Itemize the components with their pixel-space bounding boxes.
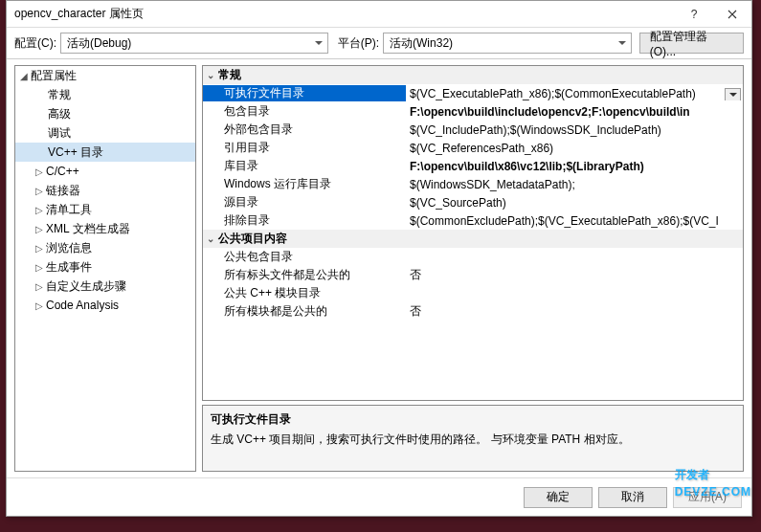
platform-dropdown[interactable]: 活动(Win32) xyxy=(383,33,632,54)
property-value[interactable]: F:\opencv\build\x86\vc12\lib;$(LibraryPa… xyxy=(406,160,743,173)
expand-icon: ◢ xyxy=(19,71,29,81)
collapse-icon: ⌄ xyxy=(207,70,218,80)
property-label: 排除目录 xyxy=(203,212,406,229)
property-row[interactable]: 排除目录$(CommonExcludePath);$(VC_Executable… xyxy=(203,211,743,230)
property-row[interactable]: 库目录F:\opencv\build\x86\vc12\lib;$(Librar… xyxy=(203,157,743,175)
expand-icon: ▷ xyxy=(34,281,44,292)
property-label: 外部包含目录 xyxy=(203,122,406,138)
property-label: 源目录 xyxy=(203,194,406,211)
property-row[interactable]: 可执行文件目录$(VC_ExecutablePath_x86);$(Common… xyxy=(203,84,743,102)
config-manager-button[interactable]: 配置管理器(O)... xyxy=(639,33,744,54)
tree-label: 自定义生成步骤 xyxy=(46,278,126,295)
property-row[interactable]: 公共 C++ 模块目录 xyxy=(203,284,743,302)
tree-label: VC++ 目录 xyxy=(48,144,103,161)
property-value[interactable]: 否 xyxy=(406,267,743,283)
window-title: opencv_character 属性页 xyxy=(14,6,675,22)
titlebar: opencv_character 属性页 ? xyxy=(7,1,751,28)
expand-icon: ▷ xyxy=(34,224,44,234)
config-row: 配置(C): 活动(Debug) 平台(P): 活动(Win32) 配置管理器(… xyxy=(7,28,751,58)
property-label: 公共 C++ 模块目录 xyxy=(203,285,406,301)
property-value[interactable]: $(CommonExcludePath);$(VC_ExecutablePath… xyxy=(406,214,743,228)
group-label: 公共项目内容 xyxy=(218,232,287,245)
config-dropdown[interactable]: 活动(Debug) xyxy=(60,33,328,54)
property-grid-body[interactable]: ⌄常规可执行文件目录$(VC_ExecutablePath_x86);$(Com… xyxy=(203,66,743,400)
property-value[interactable]: $(VC_ReferencesPath_x86) xyxy=(406,142,743,155)
property-value[interactable]: $(VC_IncludePath);$(WindowsSDK_IncludePa… xyxy=(406,123,743,137)
property-value[interactable]: $(WindowsSDK_MetadataPath); xyxy=(406,178,743,191)
tree-label: 高级 xyxy=(48,106,71,122)
property-row[interactable]: 引用目录$(VC_ReferencesPath_x86) xyxy=(203,139,743,157)
expand-icon: ▷ xyxy=(34,186,44,196)
tree-item[interactable]: ▷链接器 xyxy=(15,181,195,200)
property-grid: ⌄常规可执行文件目录$(VC_ExecutablePath_x86);$(Com… xyxy=(202,65,744,401)
property-label: 引用目录 xyxy=(203,140,406,156)
dropdown-icon[interactable] xyxy=(725,88,741,100)
tree-root[interactable]: ◢配置属性 xyxy=(15,66,195,85)
tree-item[interactable]: ▷C/C++ xyxy=(15,162,195,181)
description-title: 可执行文件目录 xyxy=(211,411,735,428)
expand-icon: ▷ xyxy=(34,166,44,177)
tree-label: C/C++ xyxy=(46,165,79,178)
property-label: 公共包含目录 xyxy=(203,249,406,265)
property-row[interactable]: 公共包含目录 xyxy=(203,248,743,266)
property-group[interactable]: ⌄常规 xyxy=(203,66,743,84)
tree-item[interactable]: ▷清单工具 xyxy=(15,200,195,219)
expand-icon: ▷ xyxy=(34,262,44,273)
category-tree[interactable]: ◢配置属性常规高级调试VC++ 目录▷C/C++▷链接器▷清单工具▷XML 文档… xyxy=(14,65,196,472)
property-row[interactable]: 所有标头文件都是公共的否 xyxy=(203,266,743,284)
help-button[interactable]: ? xyxy=(675,1,713,28)
property-value[interactable]: $(VC_ExecutablePath_x86);$(CommonExecuta… xyxy=(406,87,743,100)
tree-item[interactable]: ▷生成事件 xyxy=(15,257,195,277)
tree-label: 链接器 xyxy=(46,183,80,199)
property-label: Windows 运行库目录 xyxy=(203,176,406,192)
property-value[interactable]: F:\opencv\build\include\opencv2;F:\openc… xyxy=(406,105,743,119)
tree-item[interactable]: 调试 xyxy=(15,123,195,143)
property-row[interactable]: 源目录$(VC_SourcePath) xyxy=(203,193,743,211)
tree-label: 常规 xyxy=(48,87,71,103)
property-value[interactable]: $(VC_SourcePath) xyxy=(406,196,743,210)
expand-icon: ▷ xyxy=(34,205,44,215)
description-panel: 可执行文件目录 生成 VC++ 项目期间，搜索可执行文件时使用的路径。 与环境变… xyxy=(202,405,744,472)
tree-item[interactable]: 常规 xyxy=(15,85,195,104)
expand-icon: ▷ xyxy=(34,300,44,311)
property-group[interactable]: ⌄公共项目内容 xyxy=(203,230,743,248)
property-row[interactable]: 包含目录F:\opencv\build\include\opencv2;F:\o… xyxy=(203,102,743,121)
property-row[interactable]: 外部包含目录$(VC_IncludePath);$(WindowsSDK_Inc… xyxy=(203,121,743,139)
property-label: 所有模块都是公共的 xyxy=(203,303,406,320)
property-label: 库目录 xyxy=(203,158,406,174)
tree-label: Code Analysis xyxy=(46,299,119,312)
property-value[interactable]: 否 xyxy=(406,303,743,320)
apply-button[interactable]: 应用(A) xyxy=(673,487,742,508)
tree-label: 浏览信息 xyxy=(46,240,92,256)
tree-label: 配置属性 xyxy=(31,68,77,84)
collapse-icon: ⌄ xyxy=(207,233,218,244)
cancel-button[interactable]: 取消 xyxy=(598,487,667,508)
property-row[interactable]: 所有模块都是公共的否 xyxy=(203,302,743,321)
property-page-dialog: opencv_character 属性页 ? 配置(C): 活动(Debug) … xyxy=(6,0,752,517)
group-label: 常规 xyxy=(218,68,241,81)
footer: 确定 取消 应用(A) xyxy=(7,477,751,516)
tree-item[interactable]: ▷Code Analysis xyxy=(15,296,195,315)
tree-item[interactable]: ▷XML 文档生成器 xyxy=(15,219,195,238)
close-button[interactable] xyxy=(713,1,751,28)
property-label: 可执行文件目录 xyxy=(203,85,406,101)
close-icon xyxy=(727,10,737,19)
tree-label: 生成事件 xyxy=(46,259,92,276)
tree-item[interactable]: VC++ 目录 xyxy=(15,143,195,162)
tree-label: 调试 xyxy=(48,125,71,142)
property-label: 包含目录 xyxy=(203,103,406,120)
ok-button[interactable]: 确定 xyxy=(524,487,593,508)
platform-label: 平台(P): xyxy=(338,35,379,52)
property-row[interactable]: Windows 运行库目录$(WindowsSDK_MetadataPath); xyxy=(203,175,743,193)
tree-label: XML 文档生成器 xyxy=(46,221,130,237)
tree-label: 清单工具 xyxy=(46,202,92,218)
config-label: 配置(C): xyxy=(14,35,56,52)
tree-item[interactable]: 高级 xyxy=(15,104,195,123)
description-body: 生成 VC++ 项目期间，搜索可执行文件时使用的路径。 与环境变量 PATH 相… xyxy=(211,432,735,448)
tree-item[interactable]: ▷自定义生成步骤 xyxy=(15,277,195,296)
expand-icon: ▷ xyxy=(34,243,44,254)
property-label: 所有标头文件都是公共的 xyxy=(203,267,406,283)
tree-item[interactable]: ▷浏览信息 xyxy=(15,238,195,257)
